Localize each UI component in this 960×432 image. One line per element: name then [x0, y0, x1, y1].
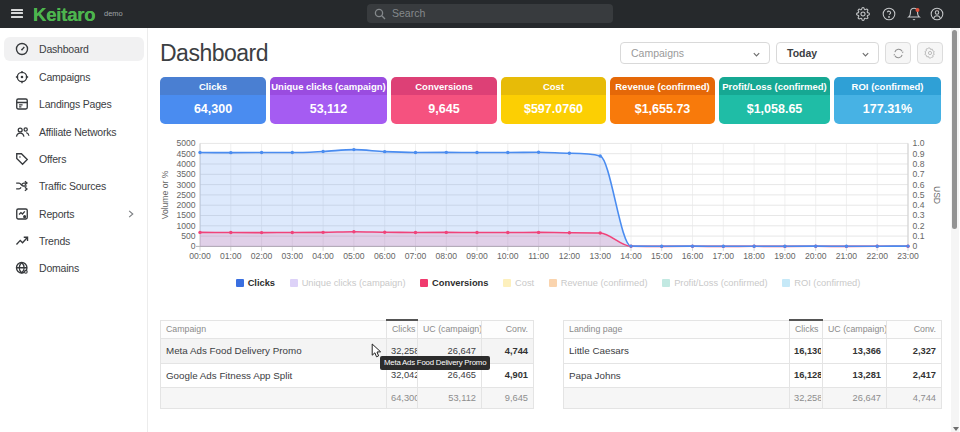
svg-text:5000: 5000 — [176, 138, 195, 148]
svg-text:0.7: 0.7 — [913, 169, 925, 179]
svg-text:06:00: 06:00 — [374, 251, 396, 261]
svg-text:22:00: 22:00 — [866, 251, 888, 261]
svg-text:1.0: 1.0 — [913, 138, 925, 148]
svg-text:0.3: 0.3 — [913, 210, 925, 220]
svg-text:13:00: 13:00 — [589, 251, 611, 261]
svg-text:0.9: 0.9 — [913, 149, 925, 159]
svg-text:03:00: 03:00 — [282, 251, 304, 261]
svg-text:16:00: 16:00 — [682, 251, 704, 261]
svg-text:0: 0 — [191, 241, 196, 251]
svg-text:23:00: 23:00 — [897, 251, 919, 261]
svg-text:2000: 2000 — [176, 200, 195, 210]
svg-text:3000: 3000 — [176, 180, 195, 190]
svg-text:21:00: 21:00 — [836, 251, 858, 261]
svg-text:02:00: 02:00 — [251, 251, 273, 261]
svg-text:10:00: 10:00 — [497, 251, 519, 261]
svg-text:20:00: 20:00 — [805, 251, 827, 261]
svg-text:00:00: 00:00 — [189, 251, 211, 261]
svg-text:08:00: 08:00 — [436, 251, 458, 261]
svg-text:0: 0 — [913, 241, 918, 251]
svg-text:0.2: 0.2 — [913, 221, 925, 231]
svg-text:14:00: 14:00 — [620, 251, 642, 261]
svg-text:04:00: 04:00 — [312, 251, 334, 261]
svg-text:1500: 1500 — [176, 210, 195, 220]
svg-text:USD: USD — [932, 186, 942, 204]
svg-text:0.1: 0.1 — [913, 231, 925, 241]
svg-text:01:00: 01:00 — [220, 251, 242, 261]
svg-text:1000: 1000 — [176, 221, 195, 231]
svg-text:09:00: 09:00 — [466, 251, 488, 261]
svg-text:05:00: 05:00 — [343, 251, 365, 261]
svg-text:3500: 3500 — [176, 169, 195, 179]
svg-text:0.8: 0.8 — [913, 159, 925, 169]
svg-text:500: 500 — [181, 231, 196, 241]
svg-text:11:00: 11:00 — [528, 251, 549, 261]
svg-text:18:00: 18:00 — [743, 251, 765, 261]
svg-text:4500: 4500 — [176, 149, 195, 159]
svg-text:0.5: 0.5 — [913, 190, 925, 200]
svg-text:15:00: 15:00 — [651, 251, 673, 261]
svg-text:Volume or %: Volume or % — [160, 170, 170, 219]
svg-text:4000: 4000 — [176, 159, 195, 169]
svg-text:2500: 2500 — [176, 190, 195, 200]
svg-text:0.4: 0.4 — [913, 200, 925, 210]
svg-text:17:00: 17:00 — [713, 251, 735, 261]
svg-text:0.6: 0.6 — [913, 180, 925, 190]
svg-text:07:00: 07:00 — [405, 251, 427, 261]
svg-text:12:00: 12:00 — [559, 251, 581, 261]
svg-text:19:00: 19:00 — [774, 251, 796, 261]
